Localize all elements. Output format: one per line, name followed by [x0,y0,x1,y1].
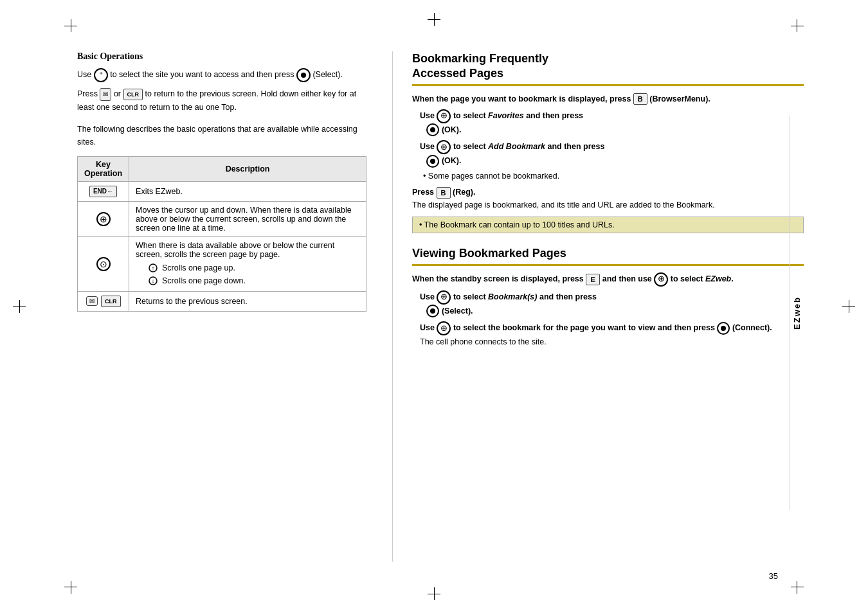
viewing-title: Viewing Bookmarked Pages [412,246,804,265]
bookmark-title: Bookmarking Frequently Accessed Pages [412,51,804,86]
viewing-section: Viewing Bookmarked Pages When the standb… [412,246,804,348]
nav-key-row3: ⊙ [96,257,111,271]
bookmark-steps: Use ⊕ to select Favorites and then press… [420,109,804,181]
clear-key-row4: CLR [101,296,121,307]
nav-key-bs2: ⊕ [437,140,451,154]
bookmark-step3: Press B (Reg). The displayed page is boo… [412,186,804,211]
table-key-cell: END← [78,181,129,201]
ok-key-vs2 [717,322,730,335]
table-key-cell: ⊙ [78,236,129,291]
ok-key-bs2 [426,155,439,168]
table-desc-row3-sub2: ↓ Scrolls one page down. [149,274,359,287]
browser-menu-key: B [633,93,647,105]
crop-mark-tl [64,19,84,39]
ezweb-label: EZweb [792,296,802,330]
mail-key-row4: ✉ [86,296,98,306]
viewing-step2: Use ⊕ to select the bookmark for the pag… [420,321,804,348]
bookmark-step1: Use ⊕ to select Favorites and then press… [420,109,804,137]
ok-label: (Select). [312,70,343,79]
crosshair-bottom [428,587,440,600]
crop-mark-br [784,574,804,594]
bookmark-section: Bookmarking Frequently Accessed Pages Wh… [412,51,804,233]
e-key: E [586,274,600,285]
svg-text:↓: ↓ [152,278,155,285]
intro-line1-cont: to select the site you want to access an… [110,70,296,79]
connect-desc: The cell phone connects to the site. [420,337,547,346]
right-column: Bookmarking Frequently Accessed Pages Wh… [393,51,804,562]
table-row: ⊕ Moves the cursor up and down. When the… [78,201,366,236]
table-row: ✉ CLR Returns to the previous screen. [78,291,366,311]
ok-key-icon [296,68,311,82]
bookmark-step2: Use ⊕ to select Add Bookmark and then pr… [420,140,804,168]
crosshair-right [842,300,855,313]
ok-key-bs1 [426,123,439,136]
viewing-step1: Use ⊕ to select Bookmark(s) and then pre… [420,290,804,318]
table-desc-cell: Exits EZweb. [129,181,366,201]
table-desc-cell: When there is data available above or be… [129,236,366,291]
bookmark-intro-label: (BrowserMenu). [649,94,710,103]
table-desc-cell: Moves the cursor up and down. When there… [129,201,366,236]
crosshair-left [13,300,26,313]
crop-mark-tr [784,19,804,39]
nav-key-vs: ⊕ [654,272,668,287]
basic-ops-press: Press ✉ or CLR to return to the previous… [77,87,366,114]
table-desc-row3-line1: When there is data available above or be… [136,241,359,259]
page-container: Basic Operations Use ⁺ to select the sit… [0,0,868,613]
intro-line1: Use [77,70,94,79]
crosshair-top [428,13,440,26]
viewing-intro: When the standby screen is displayed, pr… [412,272,804,287]
reg-desc: The displayed page is bookmarked, and it… [412,200,715,209]
nav-key-row2: ⊕ [96,212,111,226]
mail-key-icon: ✉ [100,88,111,101]
basic-ops-intro: Use ⁺ to select the site you want to acc… [77,68,366,82]
operations-table: KeyOperation Description END← Exits EZwe… [77,156,366,312]
nav-key-vs2: ⊕ [437,321,451,335]
table-key-cell: ✉ CLR [78,291,129,311]
table-desc-cell: Returns to the previous screen. [129,291,366,311]
table-desc-row3-sub1: ↑ Scrolls one page up. [149,262,359,274]
crop-mark-bl [64,574,84,594]
nav-key-icon: ⁺ [94,68,108,82]
following-text: The following describes the basic operat… [77,123,366,148]
table-row: ⊙ When there is data available above or … [78,236,366,291]
left-column: Basic Operations Use ⁺ to select the sit… [77,51,392,562]
basic-ops-title: Basic Operations [77,51,366,62]
clear-key-icon: CLR [123,89,143,100]
table-key-cell: ⊕ [78,201,129,236]
reg-key: B [437,187,451,199]
table-col2-header: Description [129,156,366,181]
ezweb-sidebar: EZweb [790,116,804,510]
content-area: Basic Operations Use ⁺ to select the sit… [77,51,804,562]
bookmark-intro-bold: When the page you want to bookmark is di… [412,94,633,103]
svg-text:↑: ↑ [152,265,155,272]
bookmark-bullet1: Some pages cannot be bookmarked. [423,172,804,181]
nav-key-vs1: ⊕ [437,290,451,305]
nav-key-bs1: ⊕ [437,109,451,123]
bookmark-intro: When the page you want to bookmark is di… [412,93,804,105]
ok-key-vs1 [426,305,439,317]
viewing-steps: Use ⊕ to select Bookmark(s) and then pre… [420,290,804,349]
press-text: Press [77,89,100,98]
table-col1-header: KeyOperation [78,156,129,181]
page-number: 35 [769,571,778,581]
end-key-icon: END← [89,186,117,197]
table-row: END← Exits EZweb. [78,181,366,201]
bookmark-note: • The Bookmark can contain up to 100 tit… [412,217,804,233]
or-text: or [114,89,123,98]
